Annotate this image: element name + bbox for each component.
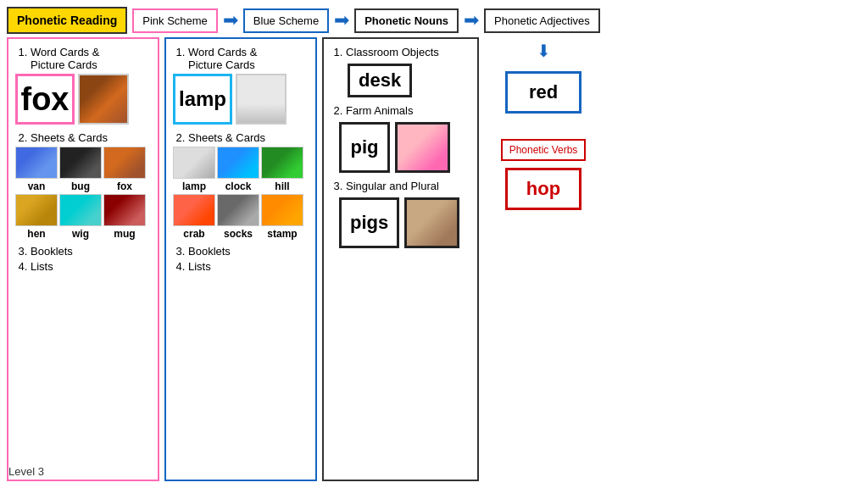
verb-word-text: hop	[526, 178, 560, 200]
pink-list-3: Booklets Lists	[15, 245, 151, 273]
phonetic-adj-label: Phonetic Adjectives	[494, 14, 590, 27]
pink-item-1a-label: Word Cards &	[31, 46, 99, 58]
adj-area: ⬇ red	[484, 37, 603, 114]
lamp-word-label: lamp	[173, 180, 215, 192]
pink-list: Word Cards & Picture Cards	[15, 46, 151, 71]
fox-word-text: fox	[21, 81, 70, 118]
fox-cards-row: fox	[15, 74, 151, 125]
lamp-word-card: lamp	[173, 74, 232, 125]
adj-word-text: red	[529, 81, 558, 103]
clock-label: clock	[217, 180, 259, 192]
pig-picture-card	[395, 122, 450, 173]
nouns-item-2: Farm Animals	[346, 104, 470, 117]
blue-grid-cards: lamp clock hill crab socks stamp	[173, 147, 309, 240]
pink-lists-label: Lists	[31, 260, 53, 273]
pig-cards-row: pig	[339, 122, 470, 173]
pink-item-2: Sheets & Cards	[31, 131, 151, 144]
stamp-label: stamp	[261, 228, 303, 240]
nouns-column: Classroom Objects desk Farm Animals pig	[322, 37, 479, 481]
van-img	[15, 147, 58, 179]
blue-item-1: Word Cards & Picture Cards	[188, 46, 309, 71]
mug-img	[103, 194, 146, 226]
fox-word-card: fox	[15, 74, 75, 125]
classroom-objects-label: Classroom Objects	[346, 46, 439, 58]
phonetic-nouns-badge: Phonetic Nouns	[354, 8, 459, 33]
crab-img	[173, 194, 215, 226]
nouns-item-3: Singular and Plural	[346, 180, 470, 192]
phonetic-verbs-label: Phonetic Verbs	[509, 144, 578, 156]
blue-item-2: Sheets & Cards	[188, 131, 309, 144]
blue-list-2: Sheets & Cards	[173, 131, 309, 144]
lamp-img	[173, 147, 215, 179]
content-area: Word Cards & Picture Cards fox Sheets & …	[7, 37, 861, 481]
verb-word-card: hop	[505, 168, 581, 210]
pigs-word-text: pigs	[350, 212, 388, 234]
bug-img	[59, 147, 102, 179]
hill-img	[261, 147, 303, 179]
singular-plural-label: Singular and Plural	[346, 180, 439, 192]
pink-column: Word Cards & Picture Cards fox Sheets & …	[7, 37, 159, 481]
pig-word-card: pig	[339, 122, 390, 173]
phonetic-reading-badge: Phonetic Reading	[7, 7, 127, 34]
arrow-down-icon: ⬇	[537, 41, 551, 61]
pink-grid-cards: van bug fox hen wig mug	[15, 147, 151, 240]
arrow-3-icon: ➡	[464, 11, 479, 30]
desk-word-card: desk	[348, 64, 412, 97]
arrow-2-icon: ➡	[334, 11, 349, 30]
fox2-img	[103, 147, 146, 179]
arrow-1-icon: ➡	[223, 11, 238, 30]
pink-item-2-label: Sheets & Cards	[31, 131, 108, 144]
blue-scheme-badge: Blue Scheme	[243, 8, 329, 33]
pigs-word-card: pigs	[339, 197, 399, 248]
blue-scheme-label: Blue Scheme	[253, 14, 319, 27]
desk-card-area: desk	[348, 64, 470, 97]
lamp-picture-card	[236, 74, 287, 125]
adj-word-card: red	[505, 71, 581, 114]
lamp-cards-row: lamp	[173, 74, 309, 125]
wig-label: wig	[59, 228, 102, 240]
pink-item-1: Word Cards & Picture Cards	[31, 46, 151, 71]
pink-list-2: Sheets & Cards	[15, 131, 151, 144]
fox-label: fox	[103, 180, 146, 192]
clock-img	[217, 147, 259, 179]
socks-img	[217, 194, 259, 226]
blue-item-3: Booklets	[188, 245, 309, 258]
crab-label: crab	[173, 228, 215, 240]
level-label: Level 3	[8, 465, 44, 478]
blue-item-1a-label: Word Cards &	[188, 46, 257, 58]
pigs-picture-card	[404, 197, 459, 248]
nouns-list-3: Singular and Plural	[331, 180, 470, 192]
nouns-list-2: Farm Animals	[331, 104, 470, 117]
verbs-area: Phonetic Verbs hop	[484, 139, 603, 210]
van-label: van	[15, 180, 58, 192]
pink-booklets-label: Booklets	[31, 245, 73, 258]
farm-animals-label: Farm Animals	[346, 104, 413, 117]
phonetic-verbs-badge: Phonetic Verbs	[501, 139, 587, 161]
pink-item-1b-label: Picture Cards	[31, 58, 97, 71]
wig-img	[59, 194, 102, 226]
bug-label: bug	[59, 180, 102, 192]
hen-label: hen	[15, 228, 58, 240]
blue-item-2-label: Sheets & Cards	[188, 131, 265, 144]
pigs-cards-row: pigs	[339, 197, 470, 248]
phonetic-nouns-label: Phonetic Nouns	[364, 14, 448, 27]
phonetic-adj-badge: Phonetic Adjectives	[484, 8, 600, 33]
socks-label: socks	[217, 228, 259, 240]
desk-word-text: desk	[359, 69, 401, 92]
blue-list-3: Booklets Lists	[173, 245, 309, 273]
blue-lists-label: Lists	[188, 260, 211, 273]
pig-word-text: pig	[351, 136, 379, 158]
header-area: Phonetic Reading Pink Scheme ➡ Blue Sche…	[7, 7, 861, 34]
stamp-img	[261, 194, 303, 226]
pink-item-4: Lists	[31, 260, 151, 273]
nouns-item-1: Classroom Objects	[346, 46, 470, 58]
nouns-list: Classroom Objects	[331, 46, 470, 58]
blue-column: Word Cards & Picture Cards lamp Sheets &…	[164, 37, 317, 481]
mug-label: mug	[103, 228, 146, 240]
blue-booklets-label: Booklets	[188, 245, 231, 258]
blue-item-4: Lists	[188, 260, 309, 273]
phonetic-reading-label: Phonetic Reading	[17, 14, 117, 27]
lamp-word-text: lamp	[179, 87, 226, 111]
hill-label: hill	[261, 180, 303, 192]
pink-scheme-badge: Pink Scheme	[132, 8, 218, 33]
